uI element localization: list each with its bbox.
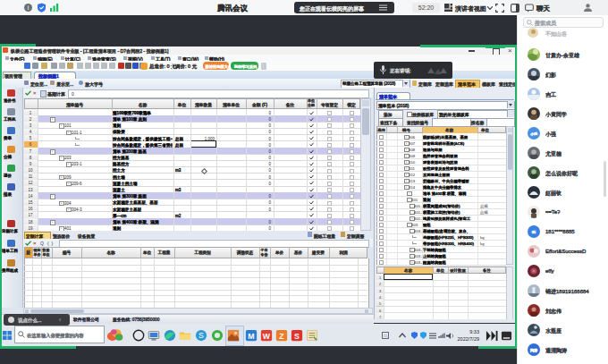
svg-text:Z: Z <box>279 332 284 341</box>
svg-text:W: W <box>263 332 271 341</box>
svg-text:M: M <box>248 332 254 341</box>
svg-text:S: S <box>294 332 300 341</box>
svg-text:S: S <box>198 331 204 340</box>
